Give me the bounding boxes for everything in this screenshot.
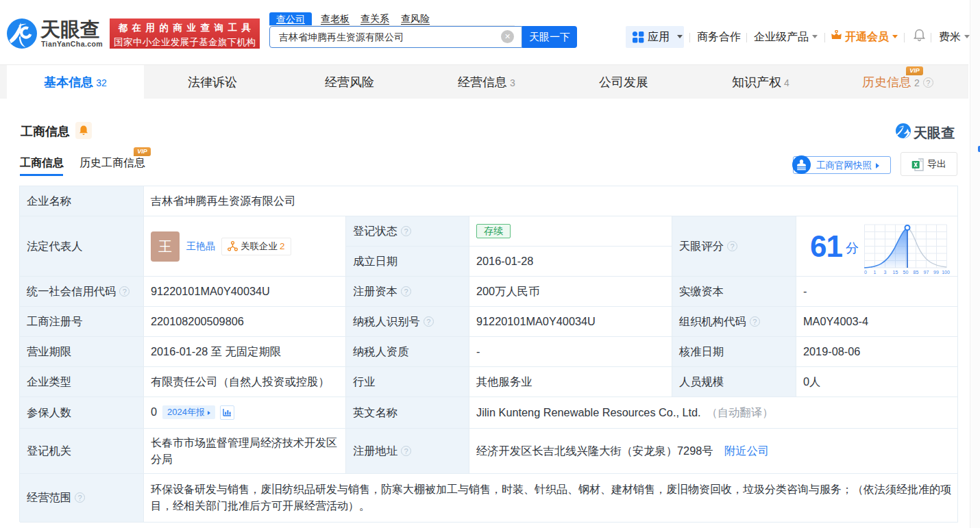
- svg-text:99: 99: [933, 270, 939, 275]
- svg-text:100: 100: [942, 270, 950, 275]
- svg-text:3: 3: [884, 270, 887, 275]
- svg-text:85: 85: [914, 270, 919, 275]
- svg-text:1: 1: [874, 270, 877, 275]
- svg-text:0: 0: [864, 270, 867, 275]
- svg-text:97: 97: [924, 270, 929, 275]
- svg-text:15: 15: [893, 270, 898, 275]
- svg-text:50: 50: [903, 270, 909, 275]
